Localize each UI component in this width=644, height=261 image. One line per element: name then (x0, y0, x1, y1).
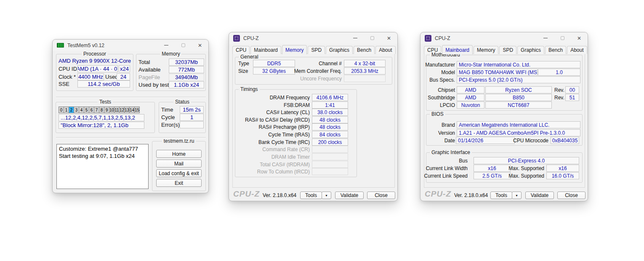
window-title: CPU-Z (243, 35, 259, 41)
cas-latency-value: 38.0 clocks (312, 109, 348, 116)
tab-about[interactable]: About (375, 46, 395, 54)
tab-memory[interactable]: Memory (282, 45, 307, 54)
log-line: Start testing at 9:07, 1.1Gb x24 (59, 152, 146, 160)
dram-idle-timer-value (312, 153, 348, 160)
trc-label: Bank Cycle Time (tRC) (236, 138, 310, 146)
close-icon: ✕ (577, 36, 581, 41)
tab-mainboard[interactable]: Mainboard (250, 46, 281, 54)
tab-bench[interactable]: Bench (354, 46, 375, 54)
close-button[interactable]: ✕ (192, 40, 208, 51)
version-text: Ver. 2.18.0.x64 (263, 192, 296, 198)
used-by-test-value: 1.1Gb x24 (169, 81, 204, 88)
dram-idle-timer-label: DRAM Idle Timer (236, 153, 310, 160)
pagefile-value: 34940Mb (169, 74, 204, 81)
tools-dropdown-button[interactable]: ▼ (322, 192, 331, 199)
errors-value (180, 121, 204, 128)
close-window-button[interactable]: Close (557, 192, 585, 199)
validate-button[interactable]: Validate (525, 192, 554, 199)
tab-spd[interactable]: SPD (308, 46, 325, 54)
lpcio-label: LPCIO (423, 101, 455, 109)
model-revision-value: 1.0 (538, 69, 580, 76)
southbridge-value: B850 (485, 94, 552, 101)
minimize-button[interactable] (347, 32, 364, 44)
tab-mainboard[interactable]: Mainboard (442, 45, 473, 54)
tools-button[interactable]: Tools (490, 192, 512, 199)
fsb-dram-value: 1:41 (312, 101, 348, 109)
maximize-button[interactable] (554, 32, 571, 44)
dropdown-icon: ▼ (325, 194, 328, 197)
tab-bar: CPU Mainboard Memory SPD Graphics Bench … (424, 45, 588, 54)
tools-button[interactable]: Tools (300, 192, 322, 199)
row-to-column-value (312, 168, 348, 175)
time-value: 15m 2s (180, 106, 204, 113)
southbridge-rev-label: Rev. (554, 94, 564, 101)
bios-date-label: Date (423, 137, 455, 144)
tab-cpu[interactable]: CPU (232, 46, 250, 54)
uncore-frequency-label: Uncore Frequency (295, 75, 342, 82)
type-value: DDR5 (253, 60, 295, 67)
model-value: MAG B850 TOMAHAWK WIFI (MS-7E53 (457, 69, 538, 76)
tab-graphics[interactable]: Graphics (326, 46, 353, 54)
load-config-exit-button[interactable]: Load config & exit (156, 169, 202, 177)
link-width-value: x16 (474, 165, 511, 172)
dropdown-icon: ▼ (515, 194, 518, 197)
memory-group-title: Memory (160, 51, 181, 57)
maximize-button[interactable] (175, 40, 192, 51)
errors-label: Error(s) (161, 121, 180, 128)
trcd-value: 48 clocks (312, 116, 348, 123)
lpcio-vendor-value: Nuvoton (457, 101, 484, 109)
tab-graphics[interactable]: Graphics (517, 46, 544, 54)
separator (56, 97, 206, 98)
maximize-icon (370, 36, 374, 40)
log-textarea[interactable]: Customize: Extreme1 @anta777 Start testi… (56, 144, 149, 189)
tools-dropdown-button[interactable]: ▼ (512, 192, 522, 199)
cpuz-logo: CPU-Z (425, 189, 451, 199)
bios-brand-label: Brand (423, 121, 455, 128)
minimize-button[interactable] (158, 40, 175, 51)
chipset-rev-value: 00 (565, 86, 579, 93)
close-window-button[interactable]: Close (367, 192, 395, 199)
maximize-button[interactable] (364, 32, 381, 44)
bus-specs-value: PCI-Express 5.0 (32.0 GT/s) (457, 76, 580, 83)
trp-label: RAS# Precharge (tRP) (236, 123, 310, 130)
lpcio-value: NCT6687 (485, 101, 552, 109)
max-speed-value: 16.0 GT/s (546, 172, 579, 179)
tab-bench[interactable]: Bench (545, 46, 566, 54)
close-button[interactable]: ✕ (381, 32, 397, 44)
tab-bar: CPU Mainboard Memory SPD Graphics Bench … (232, 45, 397, 54)
maximize-icon (561, 36, 564, 40)
bios-brand-value: American Megatrends International LLC. (457, 121, 580, 128)
link-speed-value: 2.5 GT/s (474, 172, 511, 179)
exit-button[interactable]: Exit (156, 179, 202, 187)
available-label: Available (138, 66, 167, 73)
maximize-icon (181, 43, 185, 47)
general-group-title: General (239, 54, 260, 60)
close-icon: ✕ (198, 43, 202, 48)
home-button[interactable]: Home (156, 150, 202, 158)
dram-frequency-value: 4106.6 MHz (312, 94, 348, 101)
links-group-title: testmem.tz.ru (162, 138, 196, 144)
cpuz-mainboard-window: CPU-Z ✕ CPU Mainboard Memory SPD Graphic… (420, 32, 588, 201)
total-cas-value (312, 161, 348, 168)
trcd-label: RAS# to CAS# Delay (tRCD) (236, 116, 310, 123)
chipset-label: Chipset (423, 86, 455, 93)
bios-version-value: 1.A21 - AMD AGESA ComboAm5PI Pre-1.3.0.0 (457, 129, 580, 136)
current-test-field: "Block Mirror:128", 2, 1.1Gb (59, 122, 144, 129)
bus-specs-label: Bus Specs. (423, 76, 455, 83)
mem-controller-freq-label: Mem Controller Freq. (295, 67, 342, 75)
tab-about[interactable]: About (567, 46, 587, 54)
used-by-test-label: Used by test (138, 81, 169, 88)
model-label: Model (423, 69, 455, 76)
max-speed-label: Max. Supported (511, 172, 544, 179)
mail-button[interactable]: Mail (156, 160, 202, 168)
tab-spd[interactable]: SPD (499, 46, 516, 54)
validate-button[interactable]: Validate (335, 192, 364, 199)
close-button[interactable]: ✕ (571, 32, 588, 44)
available-value: 772Mb (169, 66, 204, 73)
minimize-icon (543, 38, 548, 38)
cpu-microcode-label: CPU Microcode (517, 137, 548, 144)
max-width-label: Max. Supported (511, 165, 544, 172)
size-value: 32 GBytes (253, 67, 295, 75)
minimize-button[interactable] (537, 32, 554, 44)
tab-memory[interactable]: Memory (474, 46, 498, 54)
